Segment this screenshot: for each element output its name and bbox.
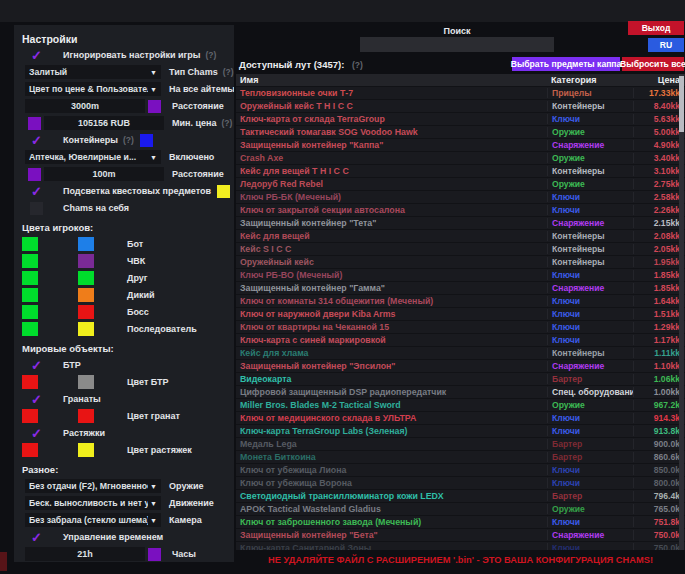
color-swatch[interactable] [28,168,41,181]
color-swatch[interactable] [140,134,153,147]
table-row[interactable]: Ключ от убежища ЛионаКлючи850.0k [236,463,685,476]
loot-title-text: Доступный лут (3457): [239,59,344,70]
colorpair-row: Цвет гранат [22,408,234,423]
dropdown[interactable]: Без забрала (стекло шлема)▼ [25,513,161,527]
table-row[interactable]: Защищенный контейнер "Бета"Снаряжение750… [236,528,685,541]
dropdown-label: Камера [169,515,202,525]
table-row[interactable]: Кейс для хламаКонтейнеры1.11kk [236,346,685,359]
table-row[interactable]: Тепловизионные очки Т-7Прицелы17.33kk [236,86,685,99]
color-swatch-secondary[interactable] [78,288,94,302]
color-swatch-primary[interactable] [22,443,38,457]
color-swatch-primary[interactable] [22,375,38,389]
table-row[interactable]: Ключ-карта от склада TerraGroupКлючи5.63… [236,112,685,125]
color-swatch[interactable] [148,548,161,561]
table-row[interactable]: Кейс S I C CКонтейнеры2.05kk [236,242,685,255]
checkbox[interactable]: ✓ [30,185,43,198]
checkbox[interactable]: ✓ [30,531,43,544]
color-swatch-secondary[interactable] [78,322,94,336]
item-category-cell: Ключи [547,335,633,345]
table-row[interactable]: Оружейный кейсКонтейнеры1.95kk [236,255,685,268]
checkbox[interactable]: ✓ [30,134,43,147]
value-input[interactable]: 100m [44,167,164,181]
item-name-cell: Ледоруб Red Rebel [236,179,547,189]
table-row[interactable]: ВидеокартаБартер1.06kk [236,372,685,385]
table-row[interactable]: APOK Tactical Wasteland GladiusОружие765… [236,502,685,515]
drop-all-button[interactable]: Выбросить все [622,57,684,71]
color-swatch-primary[interactable] [22,305,38,319]
select-kappa-items-button[interactable]: Выбрать предметы каппа [512,57,620,71]
table-row[interactable]: Кейс для вещей T H I C CКонтейнеры3.10kk [236,164,685,177]
color-swatch-secondary[interactable] [78,237,94,251]
table-row[interactable]: Цифровой защищенный DSP радиопередатчикС… [236,385,685,398]
color-swatch[interactable] [217,185,230,198]
table-row[interactable]: Защищенный контейнер "Тета"Снаряжение2.1… [236,216,685,229]
item-name-cell: Кейс для хлама [236,348,547,358]
table-row[interactable]: Ключ-карта Санитарной ЗоныКлючи750.0k [236,541,685,550]
color-swatch-primary[interactable] [22,237,38,251]
checkbox[interactable]: ✓ [30,49,43,62]
colorpair-label: Цвет гранат [127,411,180,421]
table-scrollbar[interactable] [679,74,684,550]
table-row[interactable]: Ледоруб Red RebelОружие2.75kk [236,177,685,190]
color-swatch-primary[interactable] [22,271,38,285]
column-header-price[interactable]: Цена [633,75,685,85]
value-input[interactable]: 105156 RUB [44,116,164,130]
color-swatch[interactable] [148,100,161,113]
dropdown[interactable]: Цвет по цене & Пользователь▼ [25,82,161,96]
table-row[interactable]: Монета БиткоинаБартер860.6k [236,450,685,463]
color-swatch-primary[interactable] [22,288,38,302]
column-header-name[interactable]: Имя [236,75,547,85]
scrollbar-thumb[interactable] [679,76,684,132]
table-row[interactable]: Тактический томагавк SOG Voodoo HawkОруж… [236,125,685,138]
checkbox[interactable]: ✓ [30,393,43,406]
color-swatch[interactable] [28,117,41,130]
table-row[interactable]: Ключ от комнаты 314 общежития (Меченый)К… [236,294,685,307]
value-input[interactable]: 21h [25,547,145,561]
table-row[interactable]: Медаль LegaБартер900.0k [236,437,685,450]
table-row[interactable]: Ключ от медицинского склада в УЛЬТРАКлюч… [236,411,685,424]
color-swatch-primary[interactable] [22,254,38,268]
language-button[interactable]: RU [648,38,684,52]
checkbox[interactable]: ✓ [30,359,43,372]
table-row[interactable]: Оружейный кейс T H I C CКонтейнеры8.40kk [236,99,685,112]
table-row[interactable]: Miller Bros. Blades M-2 Tactical SwordОр… [236,398,685,411]
table-row[interactable]: Ключ РБ-ВО (Меченый)Ключи1.85kk [236,268,685,281]
checkbox[interactable] [30,202,43,215]
table-row[interactable]: Светодиодный трансиллюминатор кожи LEDXБ… [236,489,685,502]
item-name-cell: Тактический томагавк SOG Voodoo Hawk [236,127,547,137]
item-price-cell: 2.08kk [633,231,685,241]
dropdown[interactable]: Залитый▼ [25,65,161,79]
table-row[interactable]: Ключ РБ-БК (Меченый)Ключи2.58kk [236,190,685,203]
checkbox[interactable]: ✓ [30,427,43,440]
table-row[interactable]: Кейс для вещейКонтейнеры2.08kk [236,229,685,242]
table-row[interactable]: Ключ от наружной двери Kiba ArmsКлючи1.5… [236,307,685,320]
search-input[interactable] [360,37,554,52]
table-row[interactable]: Crash AxeОружие3.40kk [236,151,685,164]
dropdown-value: Без забрала (стекло шлема) [29,515,148,525]
color-swatch-secondary[interactable] [78,271,94,285]
table-row[interactable]: Ключ-карта TerraGroup Labs (Зеленая)Ключ… [236,424,685,437]
column-header-category[interactable]: Категория [547,75,633,85]
dropdown[interactable]: Без отдачи (F2), Мгновенное п▼ [25,479,161,493]
table-row[interactable]: Ключ-карта с синей маркировкойКлючи1.17k… [236,333,685,346]
dropdown[interactable]: Беск. выносливость и нет уста▼ [25,496,161,510]
table-row[interactable]: Защищенный контейнер "Каппа"Снаряжение4.… [236,138,685,151]
dropdown[interactable]: Аптечка, Ювелирные и...▼ [25,150,161,164]
color-swatch-secondary[interactable] [78,375,94,389]
table-row[interactable]: Ключ от убежища ВоронаКлючи800.0k [236,476,685,489]
color-swatch-secondary[interactable] [78,409,94,423]
table-row[interactable]: Ключ от квартиры на Чеканной 15Ключи1.29… [236,320,685,333]
table-header: Имя Категория Цена [236,74,685,86]
table-row[interactable]: Защищенный контейнер "Эпсилон"Снаряжение… [236,359,685,372]
color-swatch-primary[interactable] [22,322,38,336]
table-row[interactable]: Защищенный контейнер "Гамма"Снаряжение1.… [236,281,685,294]
dropdown-value: Без отдачи (F2), Мгновенное п [29,481,148,491]
color-swatch-primary[interactable] [22,409,38,423]
color-swatch-secondary[interactable] [78,305,94,319]
color-swatch-secondary[interactable] [78,254,94,268]
table-row[interactable]: Ключ от заброшенного завода (Меченый)Клю… [236,515,685,528]
color-swatch-secondary[interactable] [78,443,94,457]
exit-button[interactable]: Выход [628,21,684,35]
value-input[interactable]: 3000m [25,99,145,113]
table-row[interactable]: Ключ от закрытой секции автосалонаКлючи2… [236,203,685,216]
